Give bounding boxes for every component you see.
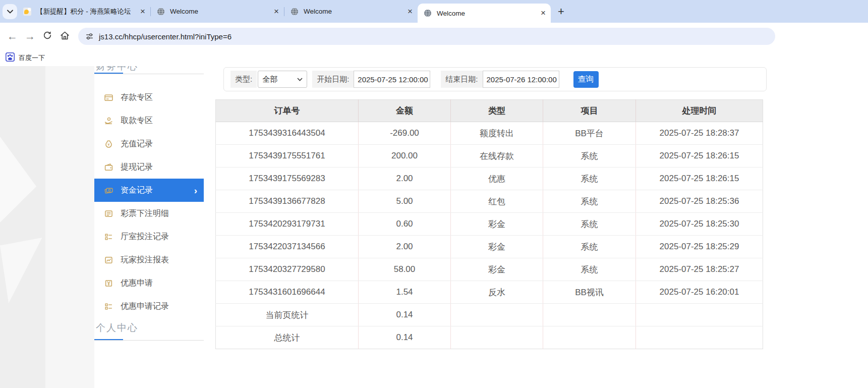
- table-row[interactable]: 1753439175551761 200.00 在线存款 系统 2025-07-…: [216, 145, 763, 168]
- cell-time: 2025-07-25 16:20:01: [636, 281, 763, 304]
- cell-order: 1753439316443504: [216, 122, 359, 145]
- sidebar-item-label: 玩家投注报表: [121, 255, 169, 265]
- sidebar-item-hall-bet-records[interactable]: 厅室投注记录: [94, 225, 204, 248]
- cell-project: 系统: [543, 258, 636, 281]
- site-settings-icon[interactable]: [85, 32, 94, 41]
- close-icon[interactable]: ×: [274, 8, 279, 16]
- close-icon[interactable]: ×: [140, 8, 145, 16]
- sidebar-item-lottery-detail[interactable]: 彩票下注明细: [94, 202, 204, 225]
- table-row[interactable]: 当前页统计 0.14: [216, 304, 763, 326]
- sidebar-menu: 存款专区 取款专区 ¥ 充值记录 提现记录 资金记录 › 彩票下注明细: [94, 86, 204, 318]
- sidebar-item-label: 提现记录: [121, 162, 153, 173]
- svg-text:¥: ¥: [108, 143, 110, 146]
- table-row[interactable]: 总统计 0.14: [216, 326, 763, 349]
- cell-type: 彩金: [451, 213, 543, 236]
- close-icon[interactable]: ×: [541, 9, 546, 17]
- table-row[interactable]: 1753439175569283 2.00 优惠 系统 2025-07-25 1…: [216, 168, 763, 190]
- sidebar-item-player-bet-report[interactable]: 玩家投注报表: [94, 248, 204, 271]
- cell-amount: 0.14: [359, 326, 451, 349]
- table-row[interactable]: 1753431601696644 1.54 反水 BB视讯 2025-07-25…: [216, 281, 763, 304]
- table-row[interactable]: 1753420293179731 0.60 彩金 系统 2025-07-25 1…: [216, 213, 763, 236]
- section-underline: [94, 74, 204, 74]
- cell-order: 当前页统计: [216, 304, 359, 326]
- type-select[interactable]: 全部: [258, 71, 307, 88]
- player-bet-report-icon: [104, 256, 113, 264]
- table-row[interactable]: 1753439316443504 -269.00 额度转出 BB平台 2025-…: [216, 122, 763, 145]
- cell-order: 1753431601696644: [216, 281, 359, 304]
- filter-bar: 类型: 全部 开始日期: 2025-07-25 12:00:00 结束日期: 2…: [223, 67, 767, 91]
- table-header-row: 订单号 金额 类型 项目 处理时间: [216, 100, 763, 122]
- tab-title: 【新提醒】积分 - 海燕策略论坛: [36, 7, 136, 16]
- cell-amount: 0.60: [359, 213, 451, 236]
- sidebar-item-label: 彩票下注明细: [121, 208, 169, 219]
- tab-title: Welcome: [304, 8, 403, 15]
- forum-favicon: [23, 8, 31, 16]
- hall-bet-records-icon: [104, 233, 113, 241]
- cell-order: 1753439175569283: [216, 168, 359, 190]
- type-select-value: 全部: [262, 75, 277, 84]
- section-underline: [94, 340, 204, 341]
- tab-welcome-active[interactable]: Welcome ×: [418, 4, 551, 23]
- cell-project: 系统: [543, 190, 636, 213]
- tab-search-button[interactable]: [3, 4, 17, 19]
- cell-time: 2025-07-25 18:28:37: [636, 122, 763, 145]
- end-date-input[interactable]: 2025-07-26 12:00:00: [483, 71, 559, 88]
- usercenter-content: 财务中心 存款专区 取款专区 ¥ 充值记录 提现记录 资金记录: [94, 66, 868, 388]
- table-row[interactable]: 1753422037134566 2.00 彩金 系统 2025-07-25 1…: [216, 236, 763, 258]
- end-date-label: 结束日期:: [441, 71, 482, 88]
- tab-welcome-2[interactable]: Welcome ×: [284, 0, 418, 23]
- cell-type: [451, 326, 543, 349]
- col-header-amount: 金额: [359, 100, 451, 122]
- start-date-input[interactable]: 2025-07-25 12:00:00: [354, 71, 430, 88]
- chevron-down-icon: [297, 78, 303, 81]
- close-icon[interactable]: ×: [408, 8, 413, 16]
- col-header-time: 处理时间: [636, 100, 763, 122]
- back-icon[interactable]: ←: [7, 31, 18, 42]
- promo-apply-icon: [104, 279, 113, 288]
- cell-type: 在线存款: [451, 145, 543, 168]
- tab-forum[interactable]: 【新提醒】积分 - 海燕策略论坛 ×: [17, 0, 150, 23]
- cell-time: 2025-07-25 18:26:15: [636, 145, 763, 168]
- bookmark-baidu[interactable]: 百度一下: [19, 53, 45, 63]
- forward-icon[interactable]: →: [25, 31, 35, 42]
- withdraw-hand-icon: [104, 117, 113, 125]
- cell-time: 2025-07-25 18:25:27: [636, 258, 763, 281]
- cell-amount: 1.54: [359, 281, 451, 304]
- cell-amount: -269.00: [359, 122, 451, 145]
- sidebar-item-recharge-records[interactable]: ¥ 充值记录: [94, 132, 204, 155]
- cell-type: 彩金: [451, 236, 543, 258]
- reload-icon[interactable]: [42, 30, 52, 42]
- cell-amount: 2.00: [359, 236, 451, 258]
- tab-title: Welcome: [437, 10, 537, 17]
- table-row[interactable]: 1753439136677828 5.00 红包 系统 2025-07-25 1…: [216, 190, 763, 213]
- cell-order: 总统计: [216, 326, 359, 349]
- cell-time: 2025-07-25 18:25:29: [636, 236, 763, 258]
- cell-project: [543, 304, 636, 326]
- sidebar-item-promo-apply[interactable]: 优惠申请: [94, 271, 204, 295]
- sidebar-item-withdrawal-records[interactable]: 提现记录: [94, 155, 204, 179]
- sidebar-item-promo-records[interactable]: 优惠申请记录: [94, 295, 204, 318]
- sidebar-item-funds-records[interactable]: 资金记录 ›: [94, 179, 204, 202]
- cell-order: 1753439136677828: [216, 190, 359, 213]
- type-label: 类型:: [230, 71, 257, 88]
- cell-type: 额度转出: [451, 122, 543, 145]
- cell-amount: 0.14: [359, 304, 451, 326]
- deposit-card-icon: [104, 93, 113, 102]
- tab-welcome-1[interactable]: Welcome ×: [151, 0, 284, 23]
- cell-project: 系统: [543, 145, 636, 168]
- url-text[interactable]: js13.cc/hhcp/usercenter.html?iniType=6: [99, 32, 232, 41]
- sidebar-item-withdraw[interactable]: 取款专区: [94, 109, 204, 132]
- chevron-right-icon: ›: [194, 186, 197, 195]
- sidebar-item-label: 存款专区: [121, 92, 153, 103]
- recharge-bag-icon: ¥: [104, 140, 113, 148]
- sidebar-item-label: 优惠申请: [121, 278, 153, 289]
- table-body: 1753439316443504 -269.00 额度转出 BB平台 2025-…: [216, 122, 763, 349]
- new-tab-button[interactable]: +: [558, 6, 564, 17]
- table-row[interactable]: 1753420327729580 58.00 彩金 系统 2025-07-25 …: [216, 258, 763, 281]
- home-icon[interactable]: [60, 30, 70, 43]
- address-bar[interactable]: js13.cc/hhcp/usercenter.html?iniType=6: [78, 28, 775, 45]
- sidebar-item-label: 取款专区: [121, 116, 153, 126]
- cell-project: BB平台: [543, 122, 636, 145]
- sidebar-item-deposit[interactable]: 存款专区: [94, 86, 204, 109]
- query-button[interactable]: 查询: [573, 71, 599, 88]
